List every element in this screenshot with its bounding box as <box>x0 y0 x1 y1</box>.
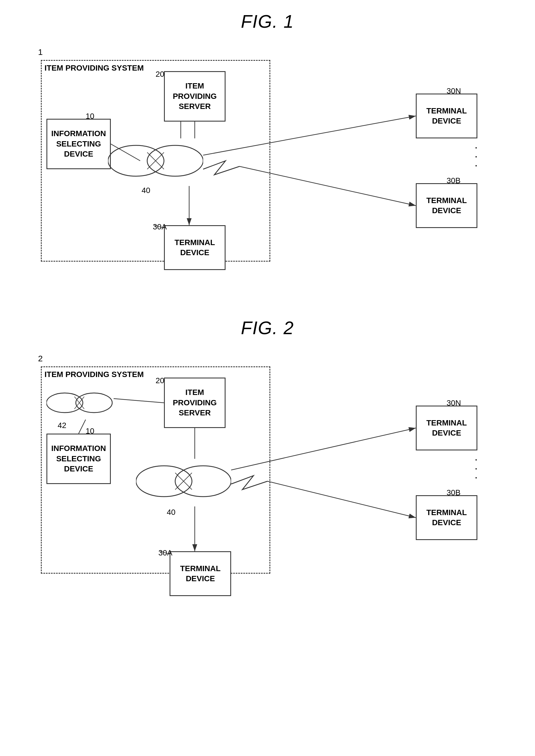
terminal-30n-ref-1: 30N <box>447 87 461 96</box>
figure-2-diagram: ITEM PROVIDING SYSTEM 2 ITEM PROVIDING S… <box>30 349 505 619</box>
terminal-30n-label-1: TERMINAL DEVICE <box>426 106 467 126</box>
terminal-30b-label-1: TERMINAL DEVICE <box>426 196 467 216</box>
network-svg-1 <box>108 136 203 186</box>
item-server-label-2: ITEM PROVIDING SERVER <box>173 387 216 418</box>
terminal-30a-box-2: TERMINAL DEVICE <box>170 551 231 596</box>
network-ref-2: 40 <box>167 508 176 517</box>
info-device-ref-2: 10 <box>86 427 94 436</box>
terminal-30b-box-1: TERMINAL DEVICE <box>416 183 477 228</box>
system-ref-1: 1 <box>38 47 43 57</box>
network-svg-42 <box>46 386 114 420</box>
figure-2-section: FIG. 2 ITEM PROVIDING SYSTEM 2 ITEM PROV… <box>17 318 518 619</box>
svg-point-13 <box>76 393 112 412</box>
terminal-30a-ref-2: 30A <box>158 548 172 558</box>
terminal-30n-box-1: TERMINAL DEVICE <box>416 94 477 138</box>
terminal-30b-label-2: TERMINAL DEVICE <box>426 507 467 528</box>
system-ref-2: 2 <box>38 354 43 363</box>
network-ref-1: 40 <box>142 186 150 195</box>
info-device-box-1: INFORMATION SELECTING DEVICE <box>46 119 111 169</box>
terminal-30n-ref-2: 30N <box>447 399 461 408</box>
info-device-label-2: INFORMATION SELECTING DEVICE <box>51 443 106 474</box>
item-server-box-2: ITEM PROVIDING SERVER <box>164 378 226 428</box>
terminal-30n-box-2: TERMINAL DEVICE <box>416 406 477 450</box>
page-container: FIG. 1 ITEM PROVIDING SYSTEM 1 ITEM PROV… <box>17 11 518 619</box>
item-server-ref-2: 20 <box>155 376 164 385</box>
terminal-30b-ref-2: 30B <box>447 488 461 497</box>
svg-point-12 <box>46 393 83 412</box>
item-server-label-1: ITEM PROVIDING SERVER <box>173 81 216 111</box>
system-label-2: ITEM PROVIDING SYSTEM <box>44 370 144 379</box>
figure-2-title: FIG. 2 <box>241 318 294 338</box>
network-svg-2 <box>136 456 231 506</box>
figure-1-section: FIG. 1 ITEM PROVIDING SYSTEM 1 ITEM PROV… <box>17 11 518 295</box>
figure-1-title: FIG. 1 <box>241 11 294 32</box>
terminal-30a-box-1: TERMINAL DEVICE <box>164 225 226 270</box>
terminal-30a-ref-1: 30A <box>153 223 167 231</box>
terminal-30n-label-2: TERMINAL DEVICE <box>426 418 467 438</box>
network2-ref: 42 <box>58 421 66 430</box>
terminal-30a-label-2: TERMINAL DEVICE <box>180 563 221 584</box>
dots-1: ··· <box>475 142 478 169</box>
terminal-30b-box-2: TERMINAL DEVICE <box>416 495 477 540</box>
item-server-ref-1: 20 <box>155 70 164 79</box>
info-device-label-1: INFORMATION SELECTING DEVICE <box>51 129 106 159</box>
info-device-box-2: INFORMATION SELECTING DEVICE <box>46 434 111 484</box>
info-device-ref-1: 10 <box>86 112 94 121</box>
figure-1-diagram: ITEM PROVIDING SYSTEM 1 ITEM PROVIDING S… <box>30 43 505 295</box>
item-server-box-1: ITEM PROVIDING SERVER <box>164 71 226 122</box>
terminal-30a-label-1: TERMINAL DEVICE <box>175 237 215 258</box>
terminal-30b-ref-1: 30B <box>447 176 461 185</box>
dots-2: ··· <box>475 455 478 481</box>
svg-line-26 <box>268 481 416 518</box>
system-label-1: ITEM PROVIDING SYSTEM <box>44 64 144 73</box>
